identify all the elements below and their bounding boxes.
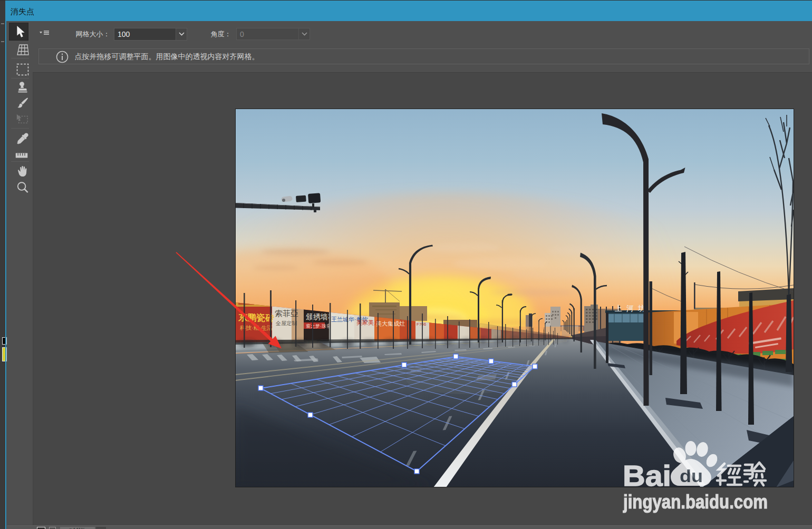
svg-text:du: du (680, 466, 703, 486)
svg-text:窗之梦·珠帘: 窗之梦·珠帘 (306, 324, 331, 329)
svg-text:Bai: Bai (623, 459, 671, 492)
svg-text:F706: F706 (417, 322, 427, 327)
svg-text:美大集成灶: 美大集成灶 (376, 320, 405, 327)
svg-text:jingyan.baidu.com: jingyan.baidu.com (623, 491, 768, 513)
